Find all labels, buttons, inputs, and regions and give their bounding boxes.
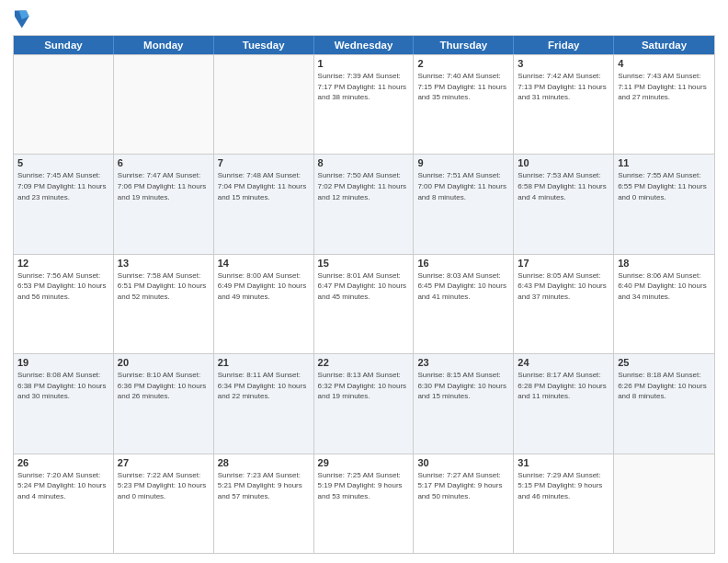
day-info: Sunrise: 7:47 AM Sunset: 7:06 PM Dayligh… bbox=[118, 170, 210, 202]
day-info: Sunrise: 8:00 AM Sunset: 6:49 PM Dayligh… bbox=[218, 270, 310, 303]
calendar-cell-r3c2: 21Sunrise: 8:11 AM Sunset: 6:34 PM Dayli… bbox=[214, 354, 314, 453]
calendar: SundayMondayTuesdayWednesdayThursdayFrid… bbox=[13, 35, 715, 554]
calendar-cell-r3c4: 23Sunrise: 8:15 AM Sunset: 6:30 PM Dayli… bbox=[414, 354, 514, 453]
calendar-row-2: 12Sunrise: 7:56 AM Sunset: 6:53 PM Dayli… bbox=[14, 254, 714, 353]
calendar-cell-r2c3: 15Sunrise: 8:01 AM Sunset: 6:47 PM Dayli… bbox=[314, 255, 415, 353]
calendar-row-0: 1Sunrise: 7:39 AM Sunset: 7:17 PM Daylig… bbox=[14, 54, 714, 154]
day-info: Sunrise: 7:43 AM Sunset: 7:11 PM Dayligh… bbox=[618, 71, 711, 103]
day-number: 24 bbox=[518, 357, 609, 368]
day-number: 1 bbox=[318, 58, 410, 69]
calendar-cell-r2c1: 13Sunrise: 7:58 AM Sunset: 6:51 PM Dayli… bbox=[114, 255, 214, 353]
calendar-cell-r3c5: 24Sunrise: 8:17 AM Sunset: 6:28 PM Dayli… bbox=[514, 354, 614, 453]
calendar-cell-r1c4: 9Sunrise: 7:51 AM Sunset: 7:00 PM Daylig… bbox=[414, 155, 514, 253]
calendar-cell-r0c1 bbox=[114, 55, 214, 154]
day-number: 11 bbox=[618, 157, 711, 168]
day-info: Sunrise: 8:10 AM Sunset: 6:36 PM Dayligh… bbox=[118, 370, 210, 402]
day-number: 29 bbox=[318, 457, 410, 468]
day-number: 6 bbox=[118, 157, 210, 168]
day-info: Sunrise: 7:48 AM Sunset: 7:04 PM Dayligh… bbox=[218, 170, 310, 202]
day-info: Sunrise: 7:27 AM Sunset: 5:17 PM Dayligh… bbox=[417, 470, 509, 502]
day-number: 31 bbox=[518, 457, 609, 468]
day-info: Sunrise: 7:23 AM Sunset: 5:21 PM Dayligh… bbox=[218, 470, 310, 502]
calendar-cell-r2c4: 16Sunrise: 8:03 AM Sunset: 6:45 PM Dayli… bbox=[414, 255, 514, 353]
calendar-cell-r3c6: 25Sunrise: 8:18 AM Sunset: 6:26 PM Dayli… bbox=[614, 354, 714, 453]
day-number: 17 bbox=[518, 258, 609, 269]
day-info: Sunrise: 8:06 AM Sunset: 6:40 PM Dayligh… bbox=[618, 270, 711, 303]
day-info: Sunrise: 7:22 AM Sunset: 5:23 PM Dayligh… bbox=[118, 470, 210, 502]
calendar-cell-r0c3: 1Sunrise: 7:39 AM Sunset: 7:17 PM Daylig… bbox=[314, 55, 415, 154]
calendar-cell-r1c1: 6Sunrise: 7:47 AM Sunset: 7:06 PM Daylig… bbox=[114, 155, 214, 253]
calendar-cell-r1c3: 8Sunrise: 7:50 AM Sunset: 7:02 PM Daylig… bbox=[314, 155, 415, 253]
day-info: Sunrise: 8:15 AM Sunset: 6:30 PM Dayligh… bbox=[417, 370, 509, 402]
day-number: 23 bbox=[417, 357, 509, 368]
day-number: 22 bbox=[318, 357, 410, 368]
day-number: 2 bbox=[417, 58, 509, 69]
calendar-cell-r0c4: 2Sunrise: 7:40 AM Sunset: 7:15 PM Daylig… bbox=[414, 55, 514, 154]
day-number: 15 bbox=[318, 258, 410, 269]
calendar-row-3: 19Sunrise: 8:08 AM Sunset: 6:38 PM Dayli… bbox=[14, 353, 714, 453]
logo bbox=[13, 9, 33, 29]
day-info: Sunrise: 7:45 AM Sunset: 7:09 PM Dayligh… bbox=[17, 170, 109, 202]
logo-icon bbox=[13, 9, 29, 29]
weekday-header-friday: Friday bbox=[514, 36, 614, 54]
day-number: 9 bbox=[417, 157, 509, 168]
day-info: Sunrise: 8:13 AM Sunset: 6:32 PM Dayligh… bbox=[318, 370, 410, 402]
day-number: 30 bbox=[417, 457, 509, 468]
calendar-cell-r3c0: 19Sunrise: 8:08 AM Sunset: 6:38 PM Dayli… bbox=[14, 354, 114, 453]
calendar-cell-r3c3: 22Sunrise: 8:13 AM Sunset: 6:32 PM Dayli… bbox=[314, 354, 415, 453]
calendar-cell-r0c0 bbox=[14, 55, 114, 154]
day-number: 19 bbox=[17, 357, 109, 368]
day-number: 8 bbox=[318, 157, 410, 168]
day-info: Sunrise: 7:40 AM Sunset: 7:15 PM Dayligh… bbox=[417, 71, 509, 103]
day-info: Sunrise: 8:01 AM Sunset: 6:47 PM Dayligh… bbox=[318, 270, 410, 303]
day-number: 25 bbox=[618, 357, 711, 368]
day-number: 5 bbox=[17, 157, 109, 168]
day-info: Sunrise: 8:11 AM Sunset: 6:34 PM Dayligh… bbox=[218, 370, 310, 402]
weekday-header-saturday: Saturday bbox=[614, 36, 714, 54]
calendar-header: SundayMondayTuesdayWednesdayThursdayFrid… bbox=[14, 36, 714, 54]
calendar-cell-r4c5: 31Sunrise: 7:29 AM Sunset: 5:15 PM Dayli… bbox=[514, 454, 614, 553]
day-number: 12 bbox=[17, 258, 109, 269]
day-info: Sunrise: 8:05 AM Sunset: 6:43 PM Dayligh… bbox=[518, 270, 609, 303]
day-info: Sunrise: 7:39 AM Sunset: 7:17 PM Dayligh… bbox=[318, 71, 410, 103]
calendar-cell-r0c2 bbox=[214, 55, 314, 154]
calendar-cell-r4c2: 28Sunrise: 7:23 AM Sunset: 5:21 PM Dayli… bbox=[214, 454, 314, 553]
calendar-cell-r4c6 bbox=[614, 454, 714, 553]
day-number: 14 bbox=[218, 258, 310, 269]
day-info: Sunrise: 7:58 AM Sunset: 6:51 PM Dayligh… bbox=[118, 270, 210, 303]
weekday-header-monday: Monday bbox=[114, 36, 214, 54]
day-number: 27 bbox=[118, 457, 210, 468]
day-info: Sunrise: 7:42 AM Sunset: 7:13 PM Dayligh… bbox=[518, 71, 609, 103]
day-info: Sunrise: 8:08 AM Sunset: 6:38 PM Dayligh… bbox=[17, 370, 109, 402]
day-number: 4 bbox=[618, 58, 711, 69]
day-number: 3 bbox=[518, 58, 609, 69]
weekday-header-sunday: Sunday bbox=[14, 36, 114, 54]
calendar-cell-r2c0: 12Sunrise: 7:56 AM Sunset: 6:53 PM Dayli… bbox=[14, 255, 114, 353]
day-number: 28 bbox=[218, 457, 310, 468]
calendar-cell-r4c0: 26Sunrise: 7:20 AM Sunset: 5:24 PM Dayli… bbox=[14, 454, 114, 553]
day-info: Sunrise: 7:56 AM Sunset: 6:53 PM Dayligh… bbox=[17, 270, 109, 303]
weekday-header-thursday: Thursday bbox=[414, 36, 514, 54]
day-info: Sunrise: 7:55 AM Sunset: 6:55 PM Dayligh… bbox=[618, 170, 711, 202]
calendar-cell-r1c0: 5Sunrise: 7:45 AM Sunset: 7:09 PM Daylig… bbox=[14, 155, 114, 253]
calendar-row-4: 26Sunrise: 7:20 AM Sunset: 5:24 PM Dayli… bbox=[14, 454, 714, 553]
calendar-cell-r1c2: 7Sunrise: 7:48 AM Sunset: 7:04 PM Daylig… bbox=[214, 155, 314, 253]
calendar-cell-r0c6: 4Sunrise: 7:43 AM Sunset: 7:11 PM Daylig… bbox=[614, 55, 714, 154]
calendar-body: 1Sunrise: 7:39 AM Sunset: 7:17 PM Daylig… bbox=[14, 54, 714, 553]
day-number: 18 bbox=[618, 258, 711, 269]
calendar-cell-r2c6: 18Sunrise: 8:06 AM Sunset: 6:40 PM Dayli… bbox=[614, 255, 714, 353]
day-info: Sunrise: 7:29 AM Sunset: 5:15 PM Dayligh… bbox=[518, 470, 609, 502]
day-number: 20 bbox=[118, 357, 210, 368]
calendar-cell-r4c4: 30Sunrise: 7:27 AM Sunset: 5:17 PM Dayli… bbox=[414, 454, 514, 553]
day-info: Sunrise: 8:17 AM Sunset: 6:28 PM Dayligh… bbox=[518, 370, 609, 402]
calendar-cell-r4c1: 27Sunrise: 7:22 AM Sunset: 5:23 PM Dayli… bbox=[114, 454, 214, 553]
day-number: 21 bbox=[218, 357, 310, 368]
calendar-row-1: 5Sunrise: 7:45 AM Sunset: 7:09 PM Daylig… bbox=[14, 154, 714, 253]
day-info: Sunrise: 7:51 AM Sunset: 7:00 PM Dayligh… bbox=[417, 170, 509, 202]
top-area bbox=[13, 9, 715, 29]
calendar-cell-r3c1: 20Sunrise: 8:10 AM Sunset: 6:36 PM Dayli… bbox=[114, 354, 214, 453]
calendar-cell-r4c3: 29Sunrise: 7:25 AM Sunset: 5:19 PM Dayli… bbox=[314, 454, 415, 553]
day-number: 10 bbox=[518, 157, 609, 168]
day-number: 13 bbox=[118, 258, 210, 269]
calendar-cell-r2c5: 17Sunrise: 8:05 AM Sunset: 6:43 PM Dayli… bbox=[514, 255, 614, 353]
